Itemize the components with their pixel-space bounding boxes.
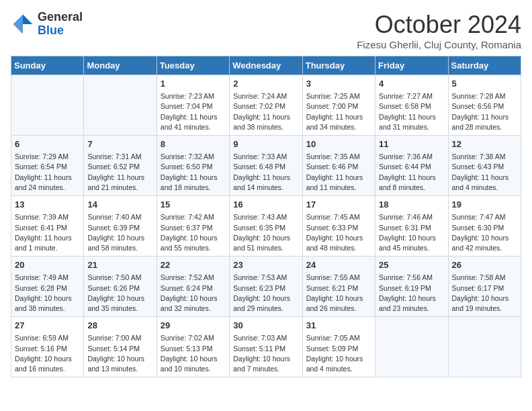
cell-content-line: Daylight: 10 hours and 16 minutes.: [15, 354, 80, 374]
cell-content-line: Sunset: 6:26 PM: [87, 283, 152, 293]
cell-content-line: Sunset: 6:50 PM: [161, 162, 226, 172]
cell-content-line: Daylight: 11 hours and 14 minutes.: [233, 173, 298, 193]
calendar-cell: 31Sunrise: 7:05 AMSunset: 5:09 PMDayligh…: [302, 317, 375, 377]
cell-content-line: Daylight: 10 hours and 7 minutes.: [233, 354, 298, 374]
day-number: 9: [233, 138, 298, 150]
cell-content-line: Daylight: 10 hours and 23 minutes.: [379, 293, 444, 314]
day-number: 20: [15, 259, 80, 271]
cell-content-line: Daylight: 10 hours and 45 minutes.: [379, 233, 444, 253]
calendar-week-row: 27Sunrise: 6:59 AMSunset: 5:16 PMDayligh…: [11, 317, 521, 377]
cell-content-line: Daylight: 10 hours and 10 minutes.: [161, 354, 226, 374]
calendar-cell: 9Sunrise: 7:33 AMSunset: 6:48 PMDaylight…: [230, 136, 302, 196]
day-number: 23: [233, 259, 298, 271]
day-header-tuesday: Tuesday: [157, 56, 229, 75]
day-number: 24: [306, 259, 371, 271]
calendar-cell: 18Sunrise: 7:46 AMSunset: 6:31 PMDayligh…: [375, 196, 448, 257]
calendar-cell: 25Sunrise: 7:56 AMSunset: 6:19 PMDayligh…: [375, 257, 448, 317]
calendar-cell: 16Sunrise: 7:43 AMSunset: 6:35 PMDayligh…: [230, 196, 302, 257]
cell-content-line: Sunrise: 7:42 AM: [161, 212, 226, 222]
cell-content-line: Sunrise: 7:47 AM: [452, 212, 517, 222]
calendar-cell: 1Sunrise: 7:23 AMSunset: 7:04 PMDaylight…: [157, 75, 229, 136]
day-number: 22: [161, 259, 226, 271]
calendar-cell: 6Sunrise: 7:29 AMSunset: 6:54 PMDaylight…: [11, 136, 84, 196]
day-header-wednesday: Wednesday: [230, 56, 302, 75]
day-number: 16: [233, 199, 298, 211]
calendar-cell: 22Sunrise: 7:52 AMSunset: 6:24 PMDayligh…: [157, 257, 229, 317]
cell-content-line: Sunrise: 7:25 AM: [306, 91, 371, 101]
calendar-cell: 8Sunrise: 7:32 AMSunset: 6:50 PMDaylight…: [157, 136, 229, 196]
cell-content-line: Sunset: 6:54 PM: [15, 162, 80, 172]
calendar-cell: 14Sunrise: 7:40 AMSunset: 6:39 PMDayligh…: [84, 196, 157, 257]
calendar-cell: 28Sunrise: 7:00 AMSunset: 5:14 PMDayligh…: [84, 317, 157, 377]
cell-content-line: Sunrise: 7:31 AM: [87, 152, 152, 162]
day-number: 25: [379, 259, 444, 271]
day-number: 31: [306, 320, 371, 332]
day-number: 1: [161, 78, 226, 90]
title-block: October 2024 Fizesu Gherlii, Cluj County…: [357, 11, 521, 50]
day-number: 12: [452, 138, 517, 150]
cell-content-line: Daylight: 10 hours and 4 minutes.: [306, 354, 371, 374]
cell-content-line: Sunrise: 7:38 AM: [452, 152, 517, 162]
calendar-cell: 19Sunrise: 7:47 AMSunset: 6:30 PMDayligh…: [448, 196, 521, 257]
day-number: 19: [452, 199, 517, 211]
cell-content-line: Daylight: 10 hours and 32 minutes.: [161, 293, 226, 314]
svg-marker-2: [13, 24, 23, 34]
cell-content-line: Daylight: 11 hours and 11 minutes.: [306, 173, 371, 193]
cell-content-line: Daylight: 10 hours and 58 minutes.: [87, 233, 152, 253]
calendar-cell: 29Sunrise: 7:02 AMSunset: 5:13 PMDayligh…: [157, 317, 229, 377]
cell-content-line: Sunrise: 7:58 AM: [452, 273, 517, 283]
calendar-cell: 30Sunrise: 7:03 AMSunset: 5:11 PMDayligh…: [230, 317, 302, 377]
day-number: 6: [15, 138, 80, 150]
cell-content-line: Daylight: 10 hours and 29 minutes.: [233, 293, 298, 314]
cell-content-line: Sunrise: 6:59 AM: [15, 333, 80, 343]
cell-content-line: Sunset: 5:13 PM: [161, 344, 226, 354]
cell-content-line: Sunset: 7:04 PM: [161, 101, 226, 111]
cell-content-line: Sunset: 6:52 PM: [87, 162, 152, 172]
cell-content-line: Sunrise: 7:52 AM: [161, 273, 226, 283]
cell-content-line: Sunset: 6:41 PM: [15, 223, 80, 233]
calendar-cell: 23Sunrise: 7:53 AMSunset: 6:23 PMDayligh…: [230, 257, 302, 317]
cell-content-line: Daylight: 11 hours and 31 minutes.: [379, 112, 444, 132]
calendar-cell: 3Sunrise: 7:25 AMSunset: 7:00 PMDaylight…: [302, 75, 375, 136]
day-header-monday: Monday: [84, 56, 157, 75]
cell-content-line: Sunrise: 7:39 AM: [15, 212, 80, 222]
cell-content-line: Daylight: 11 hours and 28 minutes.: [452, 112, 517, 132]
day-number: 17: [306, 199, 371, 211]
cell-content-line: Sunrise: 7:40 AM: [87, 212, 152, 222]
logo: General Blue: [11, 11, 83, 38]
calendar-week-row: 20Sunrise: 7:49 AMSunset: 6:28 PMDayligh…: [11, 257, 521, 317]
calendar-week-row: 13Sunrise: 7:39 AMSunset: 6:41 PMDayligh…: [11, 196, 521, 257]
day-number: 26: [452, 259, 517, 271]
cell-content-line: Daylight: 11 hours and 38 minutes.: [233, 112, 298, 132]
calendar-cell: 13Sunrise: 7:39 AMSunset: 6:41 PMDayligh…: [11, 196, 84, 257]
cell-content-line: Sunset: 5:14 PM: [87, 344, 152, 354]
cell-content-line: Sunset: 6:17 PM: [452, 283, 517, 293]
cell-content-line: Sunset: 6:39 PM: [87, 223, 152, 233]
cell-content-line: Sunset: 6:21 PM: [306, 283, 371, 293]
cell-content-line: Daylight: 11 hours and 21 minutes.: [87, 173, 152, 193]
cell-content-line: Sunset: 6:44 PM: [379, 162, 444, 172]
calendar-cell: 10Sunrise: 7:35 AMSunset: 6:46 PMDayligh…: [302, 136, 375, 196]
cell-content-line: Daylight: 10 hours and 51 minutes.: [233, 233, 298, 253]
day-header-friday: Friday: [375, 56, 448, 75]
calendar-cell: 7Sunrise: 7:31 AMSunset: 6:52 PMDaylight…: [84, 136, 157, 196]
cell-content-line: Sunset: 6:56 PM: [452, 101, 517, 111]
day-number: 10: [306, 138, 371, 150]
cell-content-line: Sunrise: 7:33 AM: [233, 152, 298, 162]
cell-content-line: Sunrise: 7:35 AM: [306, 152, 371, 162]
cell-content-line: Sunrise: 7:32 AM: [161, 152, 226, 162]
cell-content-line: Sunset: 6:30 PM: [452, 223, 517, 233]
svg-marker-0: [23, 14, 32, 24]
page-header: General Blue October 2024 Fizesu Gherlii…: [11, 11, 521, 50]
cell-content-line: Sunset: 7:02 PM: [233, 101, 298, 111]
cell-content-line: Daylight: 11 hours and 24 minutes.: [15, 173, 80, 193]
cell-content-line: Daylight: 11 hours and 4 minutes.: [452, 173, 517, 193]
cell-content-line: Sunrise: 7:55 AM: [306, 273, 371, 283]
day-number: 2: [233, 78, 298, 90]
cell-content-line: Sunset: 6:48 PM: [233, 162, 298, 172]
cell-content-line: Daylight: 10 hours and 48 minutes.: [306, 233, 371, 253]
cell-content-line: Sunrise: 7:49 AM: [15, 273, 80, 283]
cell-content-line: Sunset: 5:09 PM: [306, 344, 371, 354]
cell-content-line: Sunset: 5:11 PM: [233, 344, 298, 354]
calendar-cell: [11, 75, 84, 136]
